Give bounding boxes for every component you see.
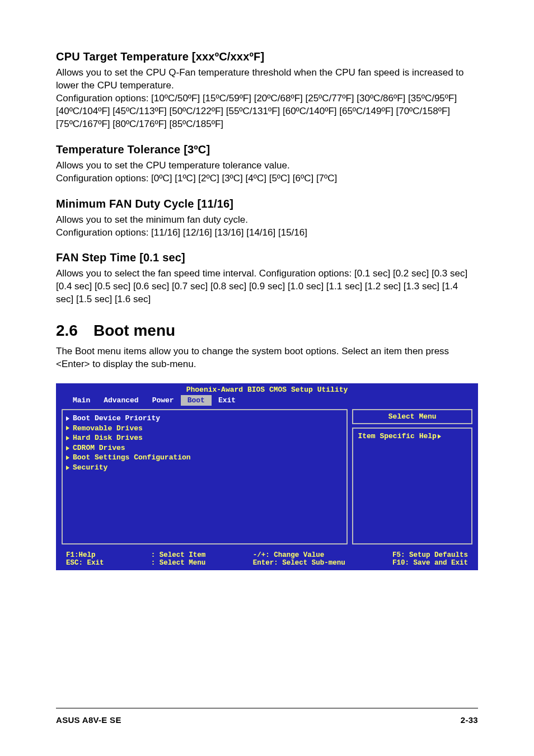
bios-help-box: Item Specific Help bbox=[352, 428, 472, 544]
bios-footer-text: -/+: Change Value bbox=[253, 551, 345, 559]
chapter-number: 2.6 bbox=[56, 322, 78, 340]
bios-tab-exit[interactable]: Exit bbox=[212, 395, 242, 406]
help-arrow-icon bbox=[438, 434, 441, 439]
heading-cpu-target: CPU Target Temperature [xxxºC/xxxºF] bbox=[56, 50, 478, 63]
bios-tab-main[interactable]: Main bbox=[66, 395, 97, 406]
submenu-arrow-icon bbox=[66, 456, 69, 460]
bios-item-label: Boot Settings Configuration bbox=[73, 453, 191, 463]
bios-item-cdrom-drives[interactable]: CDROM Drives bbox=[66, 443, 342, 453]
bios-help-label: Item Specific Help bbox=[358, 432, 436, 440]
body-min-fan: Allows you to set the minimum fan duty c… bbox=[56, 214, 478, 240]
bios-tabs: Main Advanced Power Boot Exit bbox=[56, 395, 478, 406]
heading-temp-tolerance: Temperature Tolerance [3ºC] bbox=[56, 143, 478, 156]
bios-footer-col1: F1:HelpESC: Exit bbox=[66, 551, 104, 567]
bios-footer-text: F1:Help bbox=[66, 551, 104, 559]
bios-item-label: Boot Device Priority bbox=[73, 414, 160, 424]
bios-item-label: CDROM Drives bbox=[73, 443, 125, 453]
bios-screenshot: Phoenix-Award BIOS CMOS Setup Utility Ma… bbox=[56, 383, 478, 570]
bios-footer-text: : Select Item bbox=[151, 551, 206, 559]
bios-footer: F1:HelpESC: Exit : Select Item: Select M… bbox=[56, 549, 478, 570]
bios-footer-col3: -/+: Change ValueEnter: Select Sub-menu bbox=[253, 551, 345, 567]
body-temp-tolerance: Allows you to set the CPU temperature to… bbox=[56, 159, 478, 185]
submenu-arrow-icon bbox=[66, 416, 69, 421]
bios-footer-text: Enter: Select Sub-menu bbox=[253, 559, 345, 567]
chapter-title: Boot menu bbox=[93, 322, 175, 339]
footer-page-number: 2-33 bbox=[461, 715, 478, 725]
bios-item-boot-settings-configuration[interactable]: Boot Settings Configuration bbox=[66, 453, 342, 463]
heading-min-fan: Minimum FAN Duty Cycle [11/16] bbox=[56, 198, 478, 210]
bios-footer-text: : Select Menu bbox=[151, 559, 206, 567]
submenu-arrow-icon bbox=[66, 436, 69, 440]
bios-footer-text: ESC: Exit bbox=[66, 559, 104, 567]
bios-item-hard-disk-drives[interactable]: Hard Disk Drives bbox=[66, 433, 342, 443]
heading-fan-step: FAN Step Time [0.1 sec] bbox=[56, 251, 478, 264]
footer-product: ASUS A8V-E SE bbox=[56, 715, 121, 725]
bios-item-label: Security bbox=[73, 463, 107, 473]
bios-footer-text: F5: Setup Defaults bbox=[392, 551, 468, 559]
page-footer: ASUS A8V-E SE 2-33 bbox=[56, 708, 478, 725]
submenu-arrow-icon bbox=[66, 446, 69, 450]
submenu-arrow-icon bbox=[66, 466, 69, 470]
bios-footer-col4: F5: Setup DefaultsF10: Save and Exit bbox=[392, 551, 468, 567]
bios-item-removable-drives[interactable]: Removable Drives bbox=[66, 424, 342, 434]
bios-tab-advanced[interactable]: Advanced bbox=[97, 395, 145, 406]
bios-title: Phoenix-Award BIOS CMOS Setup Utility bbox=[56, 383, 478, 395]
bios-menu-panel: Boot Device Priority Removable Drives Ha… bbox=[62, 409, 348, 544]
body-fan-step: Allows you to select the fan speed time … bbox=[56, 267, 478, 306]
bios-item-label: Hard Disk Drives bbox=[73, 433, 143, 443]
bios-item-boot-device-priority[interactable]: Boot Device Priority bbox=[66, 414, 342, 424]
chapter-intro: The Boot menu items allow you to change … bbox=[56, 345, 478, 371]
bios-select-menu-box: Select Menu bbox=[352, 409, 472, 424]
bios-tab-boot[interactable]: Boot bbox=[181, 395, 212, 406]
bios-tab-power[interactable]: Power bbox=[146, 395, 181, 406]
bios-item-label: Removable Drives bbox=[73, 424, 143, 434]
bios-footer-text: F10: Save and Exit bbox=[392, 559, 468, 567]
bios-footer-col2: : Select Item: Select Menu bbox=[151, 551, 206, 567]
chapter-heading: 2.6Boot menu bbox=[56, 322, 478, 340]
submenu-arrow-icon bbox=[66, 426, 69, 430]
body-cpu-target: Allows you to set the CPU Q-Fan temperat… bbox=[56, 67, 478, 131]
bios-item-security[interactable]: Security bbox=[66, 463, 342, 473]
